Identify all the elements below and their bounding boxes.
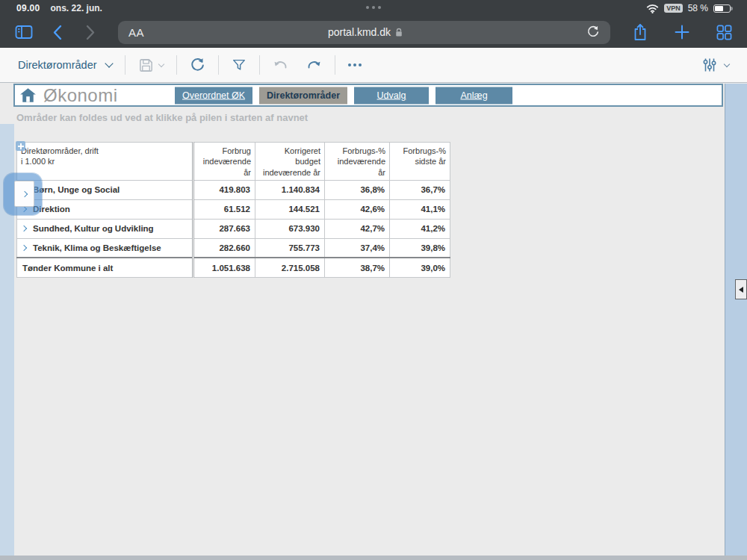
collapse-panel-button[interactable]	[735, 279, 747, 299]
back-button-icon[interactable]	[52, 25, 62, 40]
wifi-icon	[646, 4, 659, 13]
sidebar-icon[interactable]	[15, 25, 33, 40]
chevron-down-icon	[724, 60, 730, 66]
cell-value: 2.715.058	[255, 258, 325, 277]
vpn-badge: VPN	[664, 4, 683, 13]
table-row[interactable]: Direktion 61.512 144.521 42,6% 41,1%	[17, 199, 450, 219]
tab-direktoromrader[interactable]: Direktørområder	[259, 87, 347, 104]
table-total-row: Tønder Kommune i alt 1.051.638 2.715.058…	[17, 258, 450, 277]
cell-value: 37,4%	[325, 238, 390, 258]
page-title: Økonomi	[43, 85, 118, 106]
expand-row-icon[interactable]	[21, 245, 27, 251]
text-size-button[interactable]: AA	[128, 26, 144, 39]
chevron-right-icon	[21, 190, 27, 196]
tab-overview-icon[interactable]	[716, 25, 732, 40]
column-header-forbrugspct-sidste: Forbrugs-% sidste år	[390, 143, 450, 181]
more-options-icon[interactable]	[348, 63, 362, 66]
forward-button-icon[interactable]	[86, 25, 96, 40]
status-bar: 09.00 ons. 22. jun. VPN 58 %	[0, 0, 747, 16]
expand-all-icon[interactable]	[16, 141, 25, 151]
right-panel-strip	[725, 84, 747, 556]
refresh-button[interactable]	[190, 57, 205, 73]
cell-value: 287.663	[193, 219, 255, 238]
settings-sliders-button[interactable]	[702, 57, 729, 73]
clock: 09.00	[16, 3, 40, 13]
bottom-divider-bar	[0, 556, 747, 560]
view-selector-label: Direktørområder	[18, 59, 97, 71]
cell-value: 39,8%	[390, 238, 450, 258]
cell-value: 1.051.638	[193, 258, 255, 277]
column-header-forbrug: Forbrug indeværende år	[193, 143, 255, 181]
share-icon[interactable]	[633, 23, 648, 41]
cell-value: 144.521	[255, 199, 325, 219]
cell-value: 42,6%	[325, 199, 390, 219]
redo-button[interactable]	[306, 57, 322, 72]
column-header-korrigeret-budget: Korrigeret budget indeværende år	[255, 143, 325, 181]
cell-value: 673.930	[255, 219, 325, 238]
cell-value: 36,8%	[325, 180, 390, 199]
view-selector-dropdown[interactable]: Direktørområder	[18, 59, 112, 71]
battery-percent: 58 %	[688, 3, 708, 13]
table-row[interactable]: Børn, Unge og Social 419.803 1.140.834 3…	[17, 180, 450, 199]
tab-overordnet-ok[interactable]: Overordnet ØK	[175, 87, 252, 104]
reload-icon[interactable]	[586, 25, 600, 39]
cell-value: 36,7%	[390, 180, 450, 199]
lock-icon	[395, 28, 403, 37]
tab-udvalg[interactable]: Udvalg	[354, 87, 429, 104]
tab-bar: Overordnet ØK Direktørområder Udvalg Anl…	[175, 87, 512, 104]
cell-value: 38,7%	[325, 258, 390, 277]
triangle-left-icon	[739, 287, 743, 293]
cell-value: 39,0%	[390, 258, 450, 277]
url-text: portal.kmd.dk	[328, 26, 391, 38]
address-bar[interactable]: AA portal.kmd.dk	[118, 21, 610, 44]
cell-value: 41,1%	[390, 199, 450, 219]
row-label: Sundhed, Kultur og Udvikling	[33, 224, 154, 233]
table-row[interactable]: Sundhed, Kultur og Udvikling 287.663 673…	[17, 219, 450, 238]
page-header: Økonomi Overordnet ØK Direktørområder Ud…	[13, 84, 723, 107]
cell-value: 282.660	[193, 238, 255, 258]
cell-value: 61.512	[193, 199, 255, 219]
multitask-dots-icon	[366, 6, 381, 9]
cell-value: 42,7%	[325, 219, 390, 238]
expand-row-button[interactable]	[14, 181, 34, 207]
sliders-icon	[702, 57, 717, 73]
app-toolbar: Direktørområder	[0, 48, 747, 83]
chevron-down-icon	[158, 60, 164, 66]
tab-anlaeg[interactable]: Anlæg	[436, 87, 512, 104]
column-header-forbrugspct-indevaerende: Forbrugs-% indeværende år	[325, 143, 390, 181]
table-header-row: Direktørområder, drift i 1.000 kr Forbru…	[17, 143, 450, 181]
budget-table: Direktørområder, drift i 1.000 kr Forbru…	[16, 142, 450, 278]
cell-value: 755.773	[255, 238, 325, 258]
page-content: Økonomi Overordnet ØK Direktørområder Ud…	[0, 84, 747, 560]
expand-hint-text: Områder kan foldes ud ved at klikke på p…	[16, 112, 308, 123]
filter-button[interactable]	[232, 57, 247, 72]
cell-value: 41,2%	[390, 219, 450, 238]
battery-icon	[713, 4, 731, 13]
row-label: Børn, Unge og Social	[33, 185, 120, 194]
safari-toolbar: AA portal.kmd.dk	[0, 16, 747, 48]
row-label: Teknik, Klima og Beskæftigelse	[33, 243, 161, 252]
cell-value: 419.803	[193, 180, 255, 199]
undo-button[interactable]	[273, 57, 289, 72]
total-label: Tønder Kommune i alt	[17, 258, 193, 277]
chevron-down-icon	[105, 59, 113, 67]
date: ons. 22. jun.	[51, 3, 102, 13]
browser-chrome: 09.00 ons. 22. jun. VPN 58 % AA portal.k…	[0, 0, 747, 48]
save-button[interactable]	[138, 57, 164, 73]
cell-value: 1.140.834	[255, 180, 325, 199]
pointer-highlight	[4, 173, 42, 215]
new-tab-icon[interactable]	[675, 25, 689, 40]
table-row[interactable]: Teknik, Klima og Beskæftigelse 282.660 7…	[17, 238, 450, 258]
expand-row-icon[interactable]	[21, 225, 27, 231]
home-icon[interactable]	[19, 87, 37, 103]
table-corner-header: Direktørområder, drift i 1.000 kr	[17, 143, 193, 181]
